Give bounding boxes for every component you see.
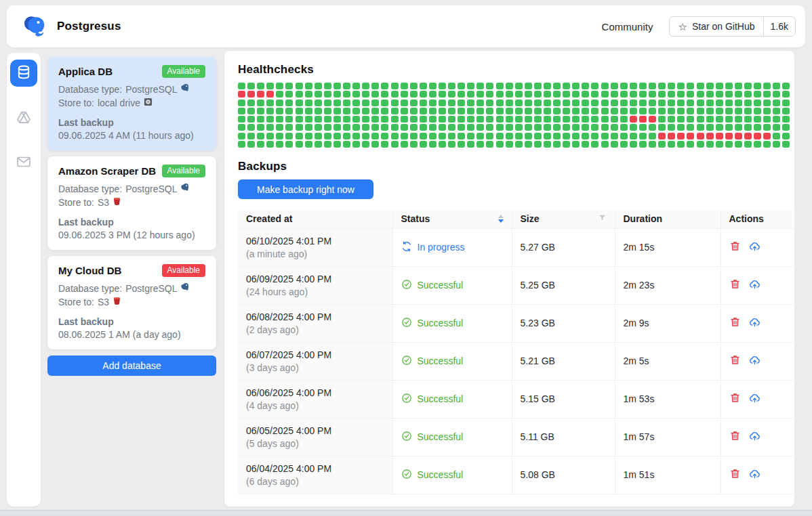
healthcheck-cell[interactable] bbox=[266, 91, 274, 98]
healthcheck-cell[interactable] bbox=[763, 133, 771, 139]
healthcheck-cell[interactable] bbox=[391, 141, 399, 148]
healthcheck-cell[interactable] bbox=[572, 133, 580, 139]
healthcheck-cell[interactable] bbox=[582, 141, 589, 148]
healthcheck-cell[interactable] bbox=[668, 100, 675, 106]
healthcheck-cell[interactable] bbox=[333, 83, 341, 89]
healthcheck-cell[interactable] bbox=[782, 133, 790, 139]
healthcheck-cell[interactable] bbox=[381, 100, 388, 106]
healthcheck-cell[interactable] bbox=[439, 141, 446, 148]
healthcheck-cell[interactable] bbox=[439, 108, 446, 114]
healthcheck-cell[interactable] bbox=[620, 83, 628, 89]
healthcheck-cell[interactable] bbox=[706, 83, 714, 89]
healthcheck-cell[interactable] bbox=[515, 133, 523, 139]
healthcheck-cell[interactable] bbox=[496, 133, 504, 139]
healthcheck-cell[interactable] bbox=[630, 83, 637, 89]
healthcheck-cell[interactable] bbox=[658, 108, 666, 114]
healthcheck-cell[interactable] bbox=[706, 124, 714, 131]
add-database-button[interactable]: Add database bbox=[47, 356, 216, 376]
healthcheck-cell[interactable] bbox=[381, 116, 388, 123]
upload-backup-icon[interactable] bbox=[749, 316, 760, 330]
healthcheck-cell[interactable] bbox=[591, 100, 598, 106]
healthcheck-cell[interactable] bbox=[716, 91, 723, 98]
healthcheck-cell[interactable] bbox=[620, 100, 628, 106]
healthcheck-cell[interactable] bbox=[525, 83, 532, 89]
healthcheck-cell[interactable] bbox=[352, 83, 360, 89]
healthcheck-cell[interactable] bbox=[687, 141, 694, 148]
healthcheck-cell[interactable] bbox=[371, 91, 379, 98]
healthcheck-cell[interactable] bbox=[572, 116, 580, 123]
healthcheck-cell[interactable] bbox=[381, 124, 388, 131]
healthcheck-cell[interactable] bbox=[352, 124, 360, 131]
healthcheck-cell[interactable] bbox=[716, 108, 723, 114]
healthcheck-cell[interactable] bbox=[381, 133, 388, 139]
healthcheck-cell[interactable] bbox=[620, 108, 628, 114]
healthcheck-cell[interactable] bbox=[343, 91, 350, 98]
healthcheck-cell[interactable] bbox=[611, 124, 618, 131]
healthcheck-cell[interactable] bbox=[276, 91, 283, 98]
healthcheck-cell[interactable] bbox=[314, 83, 322, 89]
healthcheck-cell[interactable] bbox=[314, 108, 322, 114]
healthcheck-cell[interactable] bbox=[563, 83, 570, 89]
healthcheck-cell[interactable] bbox=[716, 124, 723, 131]
healthcheck-cell[interactable] bbox=[238, 116, 245, 123]
healthcheck-cell[interactable] bbox=[458, 108, 465, 114]
healthcheck-cell[interactable] bbox=[630, 133, 637, 139]
healthcheck-cell[interactable] bbox=[572, 100, 580, 106]
healthcheck-cell[interactable] bbox=[506, 91, 513, 98]
healthcheck-cell[interactable] bbox=[476, 141, 484, 148]
upload-backup-icon[interactable] bbox=[749, 392, 760, 406]
healthcheck-cell[interactable] bbox=[285, 100, 293, 106]
upload-backup-icon[interactable] bbox=[749, 278, 760, 292]
healthcheck-cell[interactable] bbox=[677, 108, 685, 114]
healthcheck-cell[interactable] bbox=[333, 133, 341, 139]
healthcheck-cell[interactable] bbox=[486, 116, 493, 123]
healthcheck-cell[interactable] bbox=[333, 141, 341, 148]
healthcheck-cell[interactable] bbox=[486, 91, 493, 98]
healthcheck-cell[interactable] bbox=[515, 91, 523, 98]
healthcheck-cell[interactable] bbox=[563, 124, 570, 131]
healthcheck-cell[interactable] bbox=[534, 100, 542, 106]
healthcheck-cell[interactable] bbox=[534, 108, 542, 114]
healthcheck-cell[interactable] bbox=[639, 108, 647, 114]
healthcheck-cell[interactable] bbox=[333, 108, 341, 114]
healthcheck-cell[interactable] bbox=[763, 100, 771, 106]
healthcheck-cell[interactable] bbox=[371, 124, 379, 131]
healthcheck-cell[interactable] bbox=[467, 133, 474, 139]
healthcheck-cell[interactable] bbox=[544, 124, 551, 131]
healthcheck-cell[interactable] bbox=[591, 108, 598, 114]
healthcheck-cell[interactable] bbox=[515, 124, 523, 131]
healthcheck-cell[interactable] bbox=[410, 141, 418, 148]
healthcheck-cell[interactable] bbox=[247, 141, 255, 148]
healthcheck-cell[interactable] bbox=[266, 141, 274, 148]
healthcheck-cell[interactable] bbox=[371, 100, 379, 106]
healthcheck-cell[interactable] bbox=[276, 141, 283, 148]
healthcheck-cell[interactable] bbox=[257, 141, 264, 148]
healthcheck-cell[interactable] bbox=[773, 133, 780, 139]
healthcheck-cell[interactable] bbox=[697, 124, 704, 131]
healthcheck-cell[interactable] bbox=[725, 91, 733, 98]
healthcheck-cell[interactable] bbox=[362, 108, 369, 114]
upload-backup-icon[interactable] bbox=[749, 354, 760, 368]
healthcheck-cell[interactable] bbox=[266, 83, 274, 89]
healthcheck-cell[interactable] bbox=[429, 108, 437, 114]
healthcheck-cell[interactable] bbox=[352, 108, 360, 114]
healthcheck-cell[interactable] bbox=[343, 141, 350, 148]
healthcheck-cell[interactable] bbox=[553, 124, 561, 131]
healthcheck-cell[interactable] bbox=[371, 116, 379, 123]
healthcheck-cell[interactable] bbox=[649, 141, 656, 148]
healthcheck-cell[interactable] bbox=[763, 91, 771, 98]
healthcheck-cell[interactable] bbox=[401, 91, 408, 98]
upload-backup-icon[interactable] bbox=[749, 430, 760, 444]
healthcheck-cell[interactable] bbox=[591, 116, 598, 123]
healthcheck-cell[interactable] bbox=[582, 116, 589, 123]
healthcheck-cell[interactable] bbox=[247, 91, 255, 98]
healthcheck-cell[interactable] bbox=[448, 141, 455, 148]
healthcheck-cell[interactable] bbox=[381, 141, 388, 148]
healthcheck-cell[interactable] bbox=[677, 141, 685, 148]
healthcheck-cell[interactable] bbox=[276, 124, 283, 131]
healthcheck-cell[interactable] bbox=[706, 108, 714, 114]
healthcheck-cell[interactable] bbox=[649, 116, 656, 123]
healthcheck-cell[interactable] bbox=[611, 108, 618, 114]
healthcheck-cell[interactable] bbox=[506, 100, 513, 106]
healthcheck-cell[interactable] bbox=[620, 141, 628, 148]
